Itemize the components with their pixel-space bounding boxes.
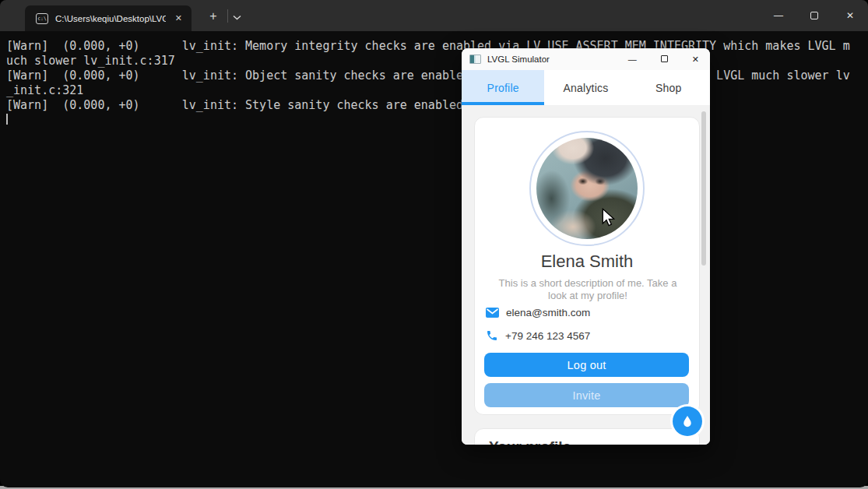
tab-close-icon[interactable]: ✕ — [172, 12, 185, 25]
maximize-button[interactable] — [796, 0, 832, 31]
tabbar-divider — [227, 9, 228, 23]
scrollbar-thumb[interactable] — [701, 111, 706, 266]
terminal-line: [Warn] (0.000, +0) lv_init: Style sanity… — [6, 98, 850, 113]
your-profile-title: Your profile — [489, 438, 571, 445]
tab-dropdown-chevron-icon[interactable] — [233, 9, 241, 23]
logout-button[interactable]: Log out — [484, 353, 689, 377]
email-row: elena@smith.com — [486, 307, 590, 318]
phone-icon — [486, 329, 498, 342]
profile-card: Elena Smith This is a short description … — [474, 117, 700, 415]
minimize-button[interactable]: — — [628, 55, 637, 64]
simulator-tab-bar: Profile Analytics Shop — [462, 70, 710, 105]
envelope-icon — [486, 308, 499, 318]
maximize-button[interactable] — [661, 55, 668, 64]
mouse-cursor — [602, 208, 615, 227]
terminal-line: _init.c:321 — [6, 83, 850, 98]
maximize-icon — [810, 12, 818, 19]
invite-button[interactable]: Invite — [484, 383, 689, 407]
tab-profile[interactable]: Profile — [462, 70, 544, 105]
profile-description: This is a short description of me. Take … — [491, 277, 684, 301]
phone-row: +79 246 123 4567 — [486, 329, 590, 342]
profile-tab-content: Elena Smith This is a short description … — [462, 105, 710, 445]
simulator-title: LVGL Simulator — [487, 55, 550, 64]
close-button[interactable]: ✕ — [692, 55, 699, 64]
terminal-line — [6, 113, 850, 128]
terminal-line: [Warn] (0.000, +0) lv_init: Object sanit… — [6, 69, 850, 83]
terminal-window-controls: — ✕ — [761, 0, 868, 31]
avatar-image — [536, 138, 638, 239]
your-profile-card: Your profile — [474, 428, 700, 445]
terminal-icon: c:\ — [36, 13, 48, 24]
avatar — [529, 131, 645, 246]
simulator-window-controls: — ✕ — [628, 48, 699, 70]
terminal-window: c:\ C:\Users\keqiu\Desktop\LVGL_ ✕ + — ✕… — [0, 0, 868, 487]
minimize-button[interactable]: — — [761, 0, 796, 31]
email-value: elena@smith.com — [506, 307, 590, 318]
close-button[interactable]: ✕ — [832, 0, 868, 31]
simulator-window: LVGL Simulator — ✕ Profile Analytics Sho… — [462, 48, 710, 445]
phone-value: +79 246 123 4567 — [505, 330, 590, 342]
terminal-caret — [6, 114, 8, 125]
terminal-output: [Warn] (0.000, +0) lv_init: Memory integ… — [6, 39, 850, 128]
terminal-tab-title: C:\Users\keqiu\Desktop\LVGL_ — [55, 14, 166, 23]
terminal-line: uch slower lv_init.c:317 — [6, 54, 850, 69]
terminal-tab-bar: c:\ C:\Users\keqiu\Desktop\LVGL_ ✕ + — ✕ — [0, 0, 868, 31]
profile-name: Elena Smith — [475, 252, 699, 272]
terminal-tab[interactable]: c:\ C:\Users\keqiu\Desktop\LVGL_ ✕ — [25, 5, 192, 31]
new-tab-button[interactable]: + — [202, 6, 224, 26]
terminal-line: [Warn] (0.000, +0) lv_init: Memory integ… — [6, 39, 850, 54]
tab-shop[interactable]: Shop — [627, 70, 710, 105]
maximize-icon — [661, 55, 668, 62]
water-drop-icon — [683, 416, 692, 427]
theme-water-fab[interactable] — [673, 406, 702, 436]
tab-analytics[interactable]: Analytics — [544, 70, 627, 105]
app-icon — [469, 55, 481, 64]
simulator-titlebar[interactable]: LVGL Simulator — ✕ — [462, 48, 710, 70]
